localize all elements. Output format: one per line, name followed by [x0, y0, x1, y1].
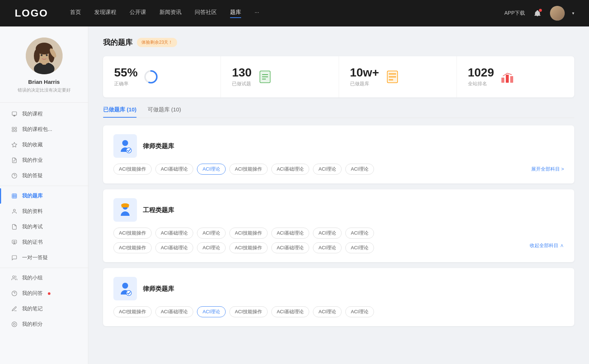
tag-1-2[interactable]: ACI理论 — [197, 228, 226, 239]
tag-1-0[interactable]: ACI技能操作 — [113, 228, 152, 239]
notification-bell[interactable] — [532, 8, 543, 18]
sidebar-item-exam[interactable]: 我的考试 — [0, 219, 88, 235]
banks-done-icon — [385, 69, 400, 84]
avatar-illustration — [26, 38, 63, 74]
app-download-button[interactable]: APP下载 — [504, 10, 525, 17]
bank-1-tags: ACI技能操作 ACI基础理论 ACI理论 ACI技能操作 ACI基础理论 AC… — [113, 228, 564, 239]
tag-0-2[interactable]: ACI理论 — [197, 164, 226, 175]
bank-0-icon — [113, 134, 137, 158]
tab-done[interactable]: 已做题库 (10) — [103, 106, 137, 118]
tag-1-6[interactable]: ACI理论 — [345, 228, 374, 239]
user-avatar[interactable] — [550, 6, 565, 21]
svg-point-36 — [13, 323, 15, 325]
sidebar-item-favorites[interactable]: 我的收藏 — [0, 137, 88, 153]
user-menu-chevron[interactable]: ▾ — [572, 11, 574, 16]
sidebar-item-one-on-one[interactable]: 一对一答疑 — [0, 250, 88, 265]
bank-2-icon — [113, 277, 137, 300]
sidebar-label-qa: 我的答疑 — [22, 172, 43, 179]
nav-link-discover[interactable]: 发现课程 — [94, 9, 116, 18]
nav-link-open[interactable]: 公开课 — [130, 9, 146, 18]
tag-1b-4[interactable]: ACI基础理论 — [271, 242, 310, 253]
sidebar-item-notes[interactable]: 我的笔记 — [0, 301, 88, 317]
cert-icon — [11, 239, 18, 246]
tag-2-6[interactable]: ACI理论 — [345, 306, 374, 317]
tag-2-3[interactable]: ACI技能操作 — [229, 306, 268, 317]
tag-1b-3[interactable]: ACI技能操作 — [229, 242, 268, 253]
accuracy-icon — [144, 69, 158, 84]
nav-link-qa[interactable]: 问答社区 — [195, 9, 217, 18]
tag-1-1[interactable]: ACI基础理论 — [155, 228, 194, 239]
svg-marker-19 — [12, 142, 17, 147]
bank-0-expand[interactable]: 展开全部科目 > — [531, 166, 564, 172]
sidebar-item-bank[interactable]: 我的题库 — [0, 188, 88, 204]
bank-card-2-header: 律师类题库 — [113, 277, 564, 300]
sidebar-profile: Brian Harris 错误的决定比没有决定要好 — [0, 38, 88, 103]
nav-link-news[interactable]: 新闻资讯 — [159, 9, 181, 18]
page-wrap: Brian Harris 错误的决定比没有决定要好 我的课程 我的课程包... — [0, 26, 589, 364]
courses-icon — [11, 111, 18, 117]
stat-banks: 10w+ 已做题库 — [339, 56, 457, 97]
tag-1b-5[interactable]: ACI理论 — [313, 242, 342, 253]
tag-0-0[interactable]: ACI技能操作 — [113, 164, 152, 175]
bank-icon — [11, 193, 18, 199]
tag-1-3[interactable]: ACI技能操作 — [229, 228, 268, 239]
tag-1b-0[interactable]: ACI技能操作 — [113, 242, 152, 253]
sidebar-item-group[interactable]: 我的小组 — [0, 270, 88, 286]
tab-available[interactable]: 可做题库 (10) — [148, 106, 181, 118]
tag-2-0[interactable]: ACI技能操作 — [113, 306, 152, 317]
sidebar-item-homework[interactable]: 我的作业 — [0, 153, 88, 168]
tag-1-4[interactable]: ACI基础理论 — [271, 228, 310, 239]
sidebar-label-profile: 我的资料 — [22, 208, 43, 215]
svg-rect-17 — [15, 127, 17, 129]
bank-card-0-header: 律师类题库 — [113, 134, 564, 158]
sidebar-label-homework: 我的作业 — [22, 157, 43, 164]
svg-point-50 — [122, 140, 128, 146]
stat-banks-label: 已做题库 — [350, 81, 379, 87]
tag-0-4[interactable]: ACI基础理论 — [271, 164, 310, 175]
tag-1b-2[interactable]: ACI理论 — [197, 242, 226, 253]
bank-2-tags: ACI技能操作 ACI基础理论 ACI理论 ACI技能操作 ACI基础理论 AC… — [113, 306, 564, 317]
svg-rect-47 — [501, 78, 504, 83]
sidebar-label-cert: 我的证书 — [22, 239, 43, 246]
svg-rect-44 — [389, 73, 396, 75]
svg-point-9 — [40, 54, 42, 56]
sidebar-item-profile[interactable]: 我的资料 — [0, 204, 88, 219]
bank-0-tags: ACI技能操作 ACI基础理论 ACI理论 ACI技能操作 ACI基础理论 AC… — [113, 164, 564, 175]
sidebar-item-qa[interactable]: 我的答疑 — [0, 168, 88, 183]
tag-1b-6[interactable]: ACI理论 — [345, 242, 374, 253]
nav-link-home[interactable]: 首页 — [70, 9, 81, 18]
tag-2-5[interactable]: ACI理论 — [313, 306, 342, 317]
tag-0-6[interactable]: ACI理论 — [345, 164, 374, 175]
tag-2-2[interactable]: ACI理论 — [197, 306, 226, 317]
sidebar-item-package[interactable]: 我的课程包... — [0, 122, 88, 137]
sidebar-item-points[interactable]: 我的积分 — [0, 317, 88, 332]
tag-0-5[interactable]: ACI理论 — [313, 164, 342, 175]
tag-1b-1[interactable]: ACI基础理论 — [155, 242, 194, 253]
qa-icon — [11, 172, 18, 179]
tag-0-3[interactable]: ACI技能操作 — [229, 164, 268, 175]
bank-1-tags2: ACI技能操作 ACI基础理论 ACI理论 ACI技能操作 ACI基础理论 AC… — [113, 242, 564, 253]
navbar: LOGO 首页 发现课程 公开课 新闻资讯 问答社区 题库 ··· APP下载 … — [0, 0, 589, 26]
tag-1-5[interactable]: ACI理论 — [313, 228, 342, 239]
nav-links: 首页 发现课程 公开课 新闻资讯 问答社区 题库 ··· — [70, 9, 504, 18]
svg-point-22 — [12, 173, 17, 178]
sidebar-label-favorites: 我的收藏 — [22, 142, 43, 148]
sidebar-label-courses: 我的课程 — [22, 111, 43, 117]
nav-link-bank[interactable]: 题库 — [230, 9, 241, 18]
engineer-icon — [117, 202, 133, 218]
tag-0-1[interactable]: ACI基础理论 — [155, 164, 194, 175]
stat-questions-value: 130 — [232, 67, 251, 78]
sidebar-item-questions[interactable]: 我的问答 — [0, 286, 88, 301]
trial-badge: 体验剩余23天！ — [137, 38, 177, 47]
tag-2-1[interactable]: ACI基础理论 — [155, 306, 194, 317]
nav-link-more[interactable]: ··· — [254, 9, 259, 18]
avatar-image — [550, 6, 565, 21]
sidebar-item-cert[interactable]: 我的证书 — [0, 235, 88, 250]
sidebar-item-courses[interactable]: 我的课程 — [0, 106, 88, 122]
tag-2-4[interactable]: ACI基础理论 — [271, 306, 310, 317]
page-title: 我的题库 — [103, 38, 133, 47]
svg-rect-48 — [506, 75, 509, 83]
lawyer-icon — [117, 138, 133, 154]
nav-logo: LOGO — [15, 7, 48, 19]
bank-1-collapse[interactable]: 收起全部科目 ∧ — [530, 242, 564, 253]
